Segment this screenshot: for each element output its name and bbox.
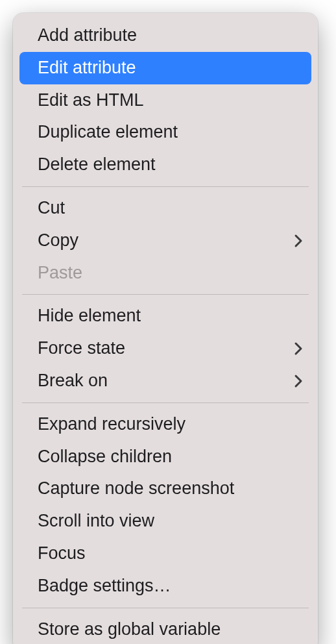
- menu-item-label: Focus: [38, 541, 86, 566]
- menu-separator: [22, 294, 309, 295]
- menu-item-label: Edit attribute: [38, 56, 136, 80]
- menu-item-duplicate-element[interactable]: Duplicate element: [13, 116, 318, 149]
- chevron-right-icon: [293, 341, 304, 356]
- menu-item-label: Expand recursively: [38, 412, 186, 437]
- chevron-right-icon: [293, 233, 304, 249]
- menu-item-label: Badge settings…: [38, 574, 171, 599]
- menu-item-add-attribute[interactable]: Add attribute: [13, 19, 318, 52]
- menu-item-label: Cut: [38, 196, 65, 221]
- menu-item-break-on[interactable]: Break on: [13, 365, 318, 397]
- menu-item-label: Capture node screenshot: [38, 477, 234, 501]
- context-menu: Add attributeEdit attributeEdit as HTMLD…: [13, 13, 318, 644]
- menu-item-label: Break on: [38, 369, 108, 393]
- menu-item-label: Add attribute: [38, 23, 137, 48]
- menu-item-cut[interactable]: Cut: [13, 192, 318, 225]
- menu-item-paste: Paste: [13, 257, 318, 290]
- menu-item-delete-element[interactable]: Delete element: [13, 149, 318, 181]
- menu-item-label: Duplicate element: [38, 120, 178, 145]
- menu-separator: [22, 186, 309, 187]
- menu-item-label: Scroll into view: [38, 509, 154, 534]
- menu-item-badge-settings[interactable]: Badge settings…: [13, 570, 318, 602]
- menu-item-edit-attribute[interactable]: Edit attribute: [19, 52, 311, 84]
- menu-item-label: Copy: [38, 229, 78, 253]
- menu-item-force-state[interactable]: Force state: [13, 332, 318, 365]
- menu-separator: [22, 608, 309, 608]
- menu-item-copy[interactable]: Copy: [13, 225, 318, 257]
- menu-item-label: Collapse children: [38, 445, 172, 469]
- menu-separator: [22, 402, 309, 403]
- chevron-right-icon: [293, 373, 304, 389]
- menu-item-store-as-global-variable[interactable]: Store as global variable: [13, 613, 318, 644]
- menu-item-label: Force state: [38, 336, 125, 361]
- menu-item-expand-recursively[interactable]: Expand recursively: [13, 408, 318, 441]
- menu-item-label: Edit as HTML: [38, 88, 144, 113]
- menu-item-hide-element[interactable]: Hide element: [13, 300, 318, 332]
- menu-item-capture-node-screenshot[interactable]: Capture node screenshot: [13, 473, 318, 505]
- menu-item-scroll-into-view[interactable]: Scroll into view: [13, 505, 318, 538]
- menu-item-label: Paste: [38, 261, 82, 286]
- menu-item-label: Delete element: [38, 153, 156, 177]
- menu-item-label: Store as global variable: [38, 617, 221, 642]
- menu-item-focus[interactable]: Focus: [13, 538, 318, 570]
- menu-item-collapse-children[interactable]: Collapse children: [13, 441, 318, 473]
- menu-item-edit-as-html[interactable]: Edit as HTML: [13, 84, 318, 117]
- menu-item-label: Hide element: [38, 304, 141, 328]
